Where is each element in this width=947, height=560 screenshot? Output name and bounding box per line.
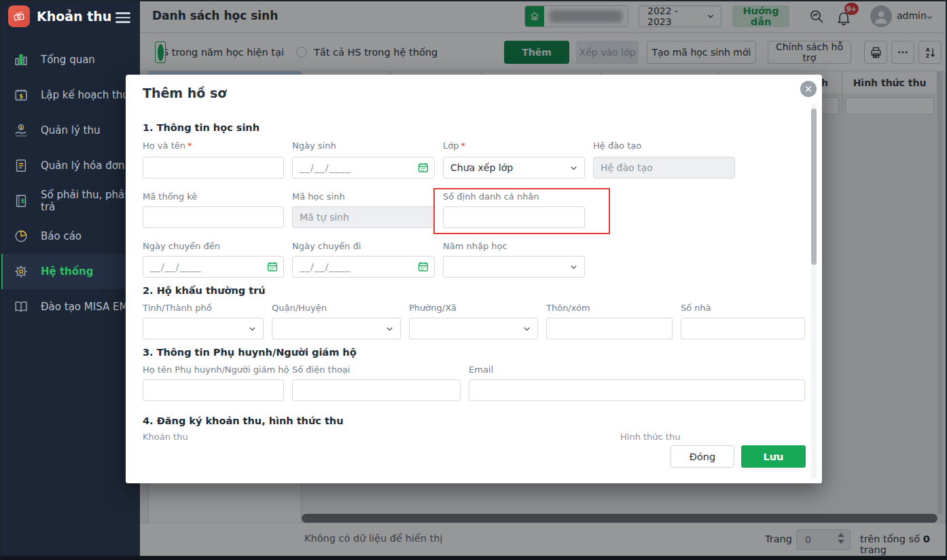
calendar-dollar-icon: $ [12, 86, 30, 104]
sidebar: Khoản thu Tổng quan $ Lập kế hoạch thu $ [0, 0, 140, 560]
personal-id-label: Số định danh cá nhân [443, 191, 539, 202]
section-address: 2. Hộ khẩu thường trú [143, 285, 266, 296]
method-cut-label: Hình thức thu [620, 432, 680, 440]
class-select[interactable]: Chưa xếp lớp [443, 157, 585, 179]
guardian-input[interactable] [143, 379, 284, 401]
calendar-icon [266, 261, 279, 273]
ledger-book-icon: $ [12, 192, 30, 210]
chevron-down-icon [385, 324, 395, 334]
sidebar-item-he-thong[interactable]: Hệ thống [0, 254, 140, 289]
personal-id-input[interactable] [443, 206, 585, 228]
section-fee-registration: 4. Đăng ký khoản thu, hình thức thu [143, 415, 343, 426]
dob-input[interactable]: __/__/____ [292, 157, 435, 179]
district-select[interactable] [272, 318, 401, 339]
svg-text:$: $ [20, 198, 24, 204]
enroll-year-label: Năm nhập học [443, 241, 507, 251]
section-student-info: 1. Thông tin học sinh [143, 122, 260, 133]
svg-text:$: $ [19, 93, 23, 100]
sidebar-header: Khoản thu [0, 0, 140, 37]
hamlet-input[interactable] [546, 318, 673, 339]
sidebar-item-so-phai-thu-phai-tra[interactable]: $ Sổ phải thu, phải trả [0, 183, 140, 219]
ward-label: Phường/Xã [409, 303, 457, 313]
app-window: Khoản thu Tổng quan $ Lập kế hoạch thu $ [0, 0, 947, 560]
sidebar-item-label: Quản lý hóa đơn [41, 160, 124, 172]
hamburger-menu-icon[interactable] [115, 10, 130, 25]
pie-chart-icon [12, 227, 30, 245]
chevron-down-icon [569, 262, 579, 272]
open-book-icon [12, 298, 30, 316]
chevron-down-icon [247, 324, 257, 334]
app-title: Khoản thu [37, 9, 111, 24]
program-label: Hệ đào tạo [593, 141, 641, 151]
calendar-icon [417, 261, 429, 273]
modal-footer: Đóng Lưu [126, 440, 822, 483]
house-no-input[interactable] [681, 318, 805, 339]
sidebar-item-bao-cao[interactable]: Báo cáo [0, 219, 140, 254]
modal-title: Thêm hồ sơ [143, 86, 226, 100]
svg-text:$: $ [20, 125, 23, 130]
move-in-label: Ngày chuyển đến [143, 241, 220, 251]
class-label: Lớp* [443, 141, 465, 151]
fee-cut-label: Khoản thu [143, 432, 188, 440]
sidebar-item-label: Đào tạo MISA EMIS [41, 301, 137, 313]
sidebar-item-label: Lập kế hoạch thu [41, 89, 129, 101]
section-guardian: 3. Thông tin Phụ huynh/Người giám hộ [143, 347, 357, 358]
stat-code-input[interactable] [143, 206, 284, 228]
modal-scrollbar-thumb[interactable] [811, 109, 817, 265]
modal-scrollbar-track[interactable] [811, 105, 817, 479]
house-no-label: Số nhà [681, 303, 711, 313]
ward-select[interactable] [409, 318, 538, 339]
chevron-down-icon [569, 163, 579, 173]
calendar-icon [417, 162, 429, 174]
close-button[interactable]: Đóng [671, 445, 734, 468]
app-logo-icon [8, 5, 30, 27]
move-out-date-input[interactable]: __/__/____ [292, 256, 435, 278]
email-label: Email [469, 365, 493, 375]
hand-coin-icon: $ [12, 122, 30, 139]
fullname-input[interactable] [143, 157, 284, 179]
stat-code-label: Mã thống kê [143, 191, 197, 202]
sidebar-item-label: Tổng quan [41, 54, 95, 66]
sidebar-item-label: Hệ thống [41, 265, 94, 278]
sidebar-item-label: Quản lý thu [41, 124, 101, 136]
phone-input[interactable] [292, 379, 461, 401]
province-label: Tỉnh/Thành phố [143, 303, 212, 313]
gear-icon [12, 263, 30, 280]
chevron-down-icon [522, 324, 532, 334]
program-input-disabled: Hệ đào tạo [593, 157, 735, 179]
district-label: Quận/Huyện [272, 303, 327, 313]
guardian-label: Họ tên Phụ huynh/Người giám hộ [143, 365, 289, 375]
save-button[interactable]: Lưu [741, 445, 806, 468]
sidebar-item-quan-ly-thu[interactable]: $ Quản lý thu [0, 113, 140, 148]
add-record-modal: Thêm hồ sơ 1. Thông tin học sinh Họ và t… [126, 75, 822, 483]
sidebar-item-lap-ke-hoach-thu[interactable]: $ Lập kế hoạch thu [0, 77, 140, 113]
hamlet-label: Thôn/xóm [546, 303, 590, 313]
close-icon[interactable] [800, 81, 817, 97]
bar-chart-icon [12, 51, 30, 69]
invoice-icon [12, 157, 30, 174]
phone-label: Số điện thoại [292, 365, 350, 375]
student-code-input-disabled: Mã tự sinh [292, 206, 435, 228]
dob-label: Ngày sinh [292, 141, 336, 151]
sidebar-item-quan-ly-hoa-don[interactable]: Quản lý hóa đơn [0, 148, 140, 183]
move-out-label: Ngày chuyển đi [292, 241, 361, 251]
fullname-label: Họ và tên* [143, 141, 192, 151]
email-input[interactable] [469, 379, 805, 401]
sidebar-item-label: Báo cáo [41, 230, 82, 242]
sidebar-nav: Tổng quan $ Lập kế hoạch thu $ Quản lý t… [0, 42, 140, 324]
enroll-year-select[interactable] [443, 256, 585, 278]
student-code-label: Mã học sinh [292, 191, 345, 202]
province-select[interactable] [143, 318, 264, 339]
move-in-date-input[interactable]: __/__/____ [143, 256, 284, 278]
sidebar-item-dao-tao-misa-emis[interactable]: Đào tạo MISA EMIS [0, 289, 140, 324]
sidebar-item-tong-quan[interactable]: Tổng quan [0, 42, 140, 77]
